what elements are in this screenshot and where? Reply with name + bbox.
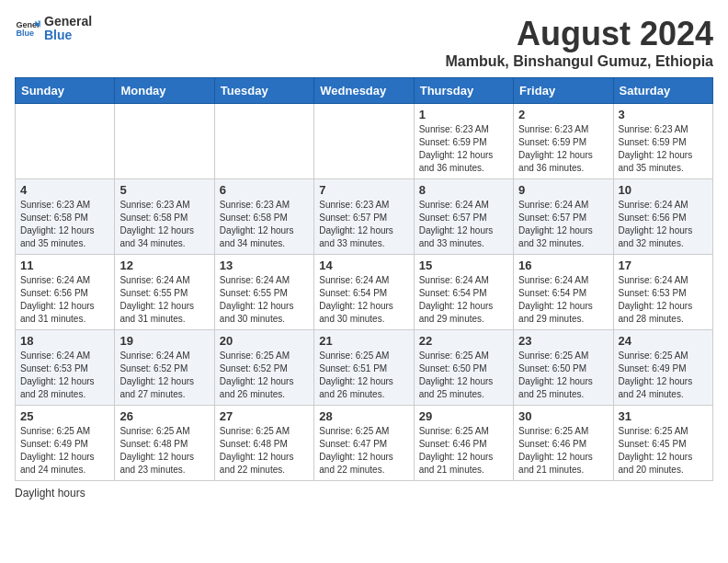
calendar-cell: 19Sunrise: 6:24 AM Sunset: 6:52 PM Dayli… <box>115 330 214 406</box>
day-info: Sunrise: 6:23 AM Sunset: 6:59 PM Dayligh… <box>518 123 608 175</box>
svg-text:Blue: Blue <box>16 29 34 39</box>
calendar-cell: 11Sunrise: 6:24 AM Sunset: 6:56 PM Dayli… <box>16 255 115 330</box>
calendar-cell: 26Sunrise: 6:25 AM Sunset: 6:48 PM Dayli… <box>115 406 214 481</box>
day-number: 2 <box>518 108 608 121</box>
day-info: Sunrise: 6:24 AM Sunset: 6:57 PM Dayligh… <box>518 199 608 250</box>
day-info: Sunrise: 6:25 AM Sunset: 6:48 PM Dayligh… <box>220 425 309 477</box>
day-info: Sunrise: 6:24 AM Sunset: 6:55 PM Dayligh… <box>119 274 209 326</box>
day-info: Sunrise: 6:24 AM Sunset: 6:54 PM Dayligh… <box>419 274 508 326</box>
calendar-cell: 18Sunrise: 6:24 AM Sunset: 6:53 PM Dayli… <box>16 330 115 406</box>
day-number: 24 <box>619 334 708 348</box>
day-info: Sunrise: 6:24 AM Sunset: 6:55 PM Dayligh… <box>220 274 309 326</box>
logo-blue-text: Blue <box>44 29 92 42</box>
calendar-cell <box>16 104 115 179</box>
calendar-cell: 28Sunrise: 6:25 AM Sunset: 6:47 PM Dayli… <box>314 406 414 481</box>
day-number: 4 <box>20 183 109 197</box>
day-info: Sunrise: 6:25 AM Sunset: 6:45 PM Dayligh… <box>619 425 708 477</box>
calendar-cell: 21Sunrise: 6:25 AM Sunset: 6:51 PM Dayli… <box>314 330 414 406</box>
calendar-week-row: 11Sunrise: 6:24 AM Sunset: 6:56 PM Dayli… <box>16 255 713 330</box>
day-of-week-header: Sunday <box>16 78 115 104</box>
day-info: Sunrise: 6:25 AM Sunset: 6:46 PM Dayligh… <box>419 425 508 477</box>
calendar-cell: 24Sunrise: 6:25 AM Sunset: 6:49 PM Dayli… <box>613 330 712 406</box>
calendar-week-row: 1Sunrise: 6:23 AM Sunset: 6:59 PM Daylig… <box>16 104 713 179</box>
day-info: Sunrise: 6:24 AM Sunset: 6:53 PM Dayligh… <box>20 350 109 401</box>
day-number: 25 <box>20 409 109 423</box>
day-number: 15 <box>419 259 508 272</box>
day-number: 19 <box>119 334 209 348</box>
day-number: 5 <box>119 183 209 197</box>
calendar-cell: 16Sunrise: 6:24 AM Sunset: 6:54 PM Dayli… <box>514 255 613 330</box>
calendar-cell: 15Sunrise: 6:24 AM Sunset: 6:54 PM Dayli… <box>414 255 513 330</box>
calendar-cell: 3Sunrise: 6:23 AM Sunset: 6:59 PM Daylig… <box>613 104 712 179</box>
day-info: Sunrise: 6:25 AM Sunset: 6:52 PM Dayligh… <box>220 350 309 401</box>
day-number: 3 <box>619 108 708 121</box>
calendar-cell: 23Sunrise: 6:25 AM Sunset: 6:50 PM Dayli… <box>514 330 613 406</box>
calendar-body: 1Sunrise: 6:23 AM Sunset: 6:59 PM Daylig… <box>16 104 713 481</box>
day-info: Sunrise: 6:23 AM Sunset: 6:57 PM Dayligh… <box>319 199 408 250</box>
calendar-cell: 31Sunrise: 6:25 AM Sunset: 6:45 PM Dayli… <box>613 406 712 481</box>
day-number: 1 <box>419 108 508 121</box>
day-info: Sunrise: 6:24 AM Sunset: 6:56 PM Dayligh… <box>20 274 109 326</box>
day-info: Sunrise: 6:25 AM Sunset: 6:50 PM Dayligh… <box>419 350 508 401</box>
calendar-cell: 29Sunrise: 6:25 AM Sunset: 6:46 PM Dayli… <box>414 406 513 481</box>
calendar-cell: 14Sunrise: 6:24 AM Sunset: 6:54 PM Dayli… <box>314 255 414 330</box>
calendar-header-row: SundayMondayTuesdayWednesdayThursdayFrid… <box>16 78 713 104</box>
calendar-cell: 17Sunrise: 6:24 AM Sunset: 6:53 PM Dayli… <box>613 255 712 330</box>
day-number: 27 <box>220 409 309 423</box>
day-number: 31 <box>619 409 708 423</box>
calendar-cell <box>314 104 414 179</box>
day-number: 28 <box>319 409 408 423</box>
day-number: 23 <box>518 334 608 348</box>
day-number: 10 <box>619 183 708 197</box>
day-number: 8 <box>419 183 508 197</box>
day-number: 12 <box>119 259 209 272</box>
day-number: 22 <box>419 334 508 348</box>
calendar-cell: 22Sunrise: 6:25 AM Sunset: 6:50 PM Dayli… <box>414 330 513 406</box>
day-number: 11 <box>20 259 109 272</box>
day-of-week-header: Tuesday <box>214 78 313 104</box>
calendar-cell: 30Sunrise: 6:25 AM Sunset: 6:46 PM Dayli… <box>514 406 613 481</box>
calendar-cell: 13Sunrise: 6:24 AM Sunset: 6:55 PM Dayli… <box>214 255 313 330</box>
day-of-week-header: Thursday <box>414 78 513 104</box>
calendar-cell: 1Sunrise: 6:23 AM Sunset: 6:59 PM Daylig… <box>414 104 513 179</box>
day-number: 9 <box>518 183 608 197</box>
day-info: Sunrise: 6:24 AM Sunset: 6:57 PM Dayligh… <box>419 199 508 250</box>
day-info: Sunrise: 6:24 AM Sunset: 6:53 PM Dayligh… <box>619 274 708 326</box>
day-number: 6 <box>220 183 309 197</box>
day-info: Sunrise: 6:24 AM Sunset: 6:56 PM Dayligh… <box>619 199 708 250</box>
subtitle: Mambuk, Binshangul Gumuz, Ethiopia <box>445 53 713 70</box>
day-info: Sunrise: 6:25 AM Sunset: 6:46 PM Dayligh… <box>518 425 608 477</box>
logo: General Blue General Blue <box>15 15 92 43</box>
day-of-week-header: Friday <box>514 78 613 104</box>
day-info: Sunrise: 6:24 AM Sunset: 6:54 PM Dayligh… <box>319 274 408 326</box>
page-header: General Blue General Blue August 2024 Ma… <box>15 15 713 70</box>
calendar-cell: 7Sunrise: 6:23 AM Sunset: 6:57 PM Daylig… <box>314 179 414 255</box>
calendar-cell <box>214 104 313 179</box>
calendar-cell <box>115 104 214 179</box>
calendar-cell: 25Sunrise: 6:25 AM Sunset: 6:49 PM Dayli… <box>16 406 115 481</box>
day-number: 20 <box>220 334 309 348</box>
logo-general-text: General <box>44 15 92 29</box>
day-info: Sunrise: 6:25 AM Sunset: 6:49 PM Dayligh… <box>20 425 109 477</box>
day-info: Sunrise: 6:25 AM Sunset: 6:49 PM Dayligh… <box>619 350 708 401</box>
calendar-cell: 9Sunrise: 6:24 AM Sunset: 6:57 PM Daylig… <box>514 179 613 255</box>
calendar-cell: 4Sunrise: 6:23 AM Sunset: 6:58 PM Daylig… <box>16 179 115 255</box>
day-number: 18 <box>20 334 109 348</box>
day-of-week-header: Wednesday <box>314 78 414 104</box>
day-of-week-header: Monday <box>115 78 214 104</box>
calendar-week-row: 18Sunrise: 6:24 AM Sunset: 6:53 PM Dayli… <box>16 330 713 406</box>
day-info: Sunrise: 6:25 AM Sunset: 6:47 PM Dayligh… <box>319 425 408 477</box>
day-number: 21 <box>319 334 408 348</box>
day-info: Sunrise: 6:25 AM Sunset: 6:50 PM Dayligh… <box>518 350 608 401</box>
calendar-cell: 20Sunrise: 6:25 AM Sunset: 6:52 PM Dayli… <box>214 330 313 406</box>
day-number: 17 <box>619 259 708 272</box>
calendar-week-row: 4Sunrise: 6:23 AM Sunset: 6:58 PM Daylig… <box>16 179 713 255</box>
day-info: Sunrise: 6:23 AM Sunset: 6:58 PM Dayligh… <box>20 199 109 250</box>
day-info: Sunrise: 6:23 AM Sunset: 6:58 PM Dayligh… <box>220 199 309 250</box>
calendar-cell: 10Sunrise: 6:24 AM Sunset: 6:56 PM Dayli… <box>613 179 712 255</box>
day-number: 30 <box>518 409 608 423</box>
day-number: 14 <box>319 259 408 272</box>
day-number: 26 <box>119 409 209 423</box>
calendar-cell: 27Sunrise: 6:25 AM Sunset: 6:48 PM Dayli… <box>214 406 313 481</box>
day-number: 16 <box>518 259 608 272</box>
